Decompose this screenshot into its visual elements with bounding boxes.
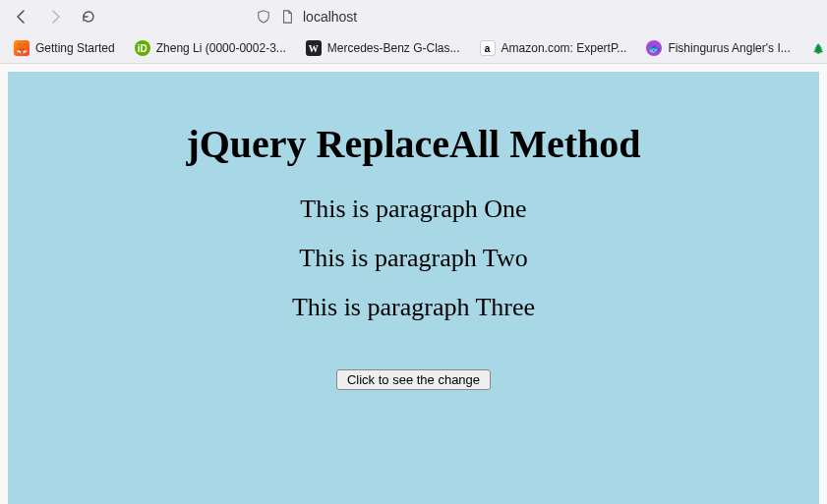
nav-bar: localhost <box>0 0 827 33</box>
bookmarks-bar: 🦊 Getting Started iD Zheng Li (0000-0002… <box>0 33 827 63</box>
tree-icon: 🌲 <box>810 40 826 56</box>
shield-icon <box>256 9 271 25</box>
paragraph-one: This is paragraph One <box>8 195 819 224</box>
browser-chrome: localhost 🦊 Getting Started iD Zheng Li … <box>0 0 827 64</box>
reload-button[interactable] <box>75 3 102 30</box>
bookmark-label: Mercedes-Benz G-Clas... <box>327 41 460 55</box>
url-text: localhost <box>303 9 357 25</box>
fish-icon: 🐟 <box>646 40 662 56</box>
wikipedia-icon: W <box>306 40 322 56</box>
back-icon <box>14 9 30 25</box>
bookmark-label: Zheng Li (0000-0002-3... <box>156 41 286 55</box>
forward-icon <box>47 9 63 25</box>
bookmark-label: Fishingurus Angler's I... <box>668 41 790 55</box>
bookmark-fishingurus[interactable]: 🐟 Fishingurus Angler's I... <box>638 38 797 58</box>
page-heading: jQuery ReplaceAll Method <box>8 121 819 167</box>
bookmark-brainerd[interactable]: 🌲 Brainerd MI <box>802 38 827 58</box>
page-content: jQuery ReplaceAll Method This is paragra… <box>8 72 819 504</box>
bookmark-label: Getting Started <box>35 41 115 55</box>
address-bar[interactable]: localhost <box>256 9 357 25</box>
reload-icon <box>81 9 96 25</box>
back-button[interactable] <box>8 3 35 30</box>
firefox-icon: 🦊 <box>14 40 30 56</box>
amazon-icon: a <box>480 40 496 56</box>
bookmark-label: Amazon.com: ExpertP... <box>502 41 627 55</box>
bookmark-zheng-li[interactable]: iD Zheng Li (0000-0002-3... <box>127 38 294 58</box>
forward-button[interactable] <box>41 3 69 30</box>
bookmark-mercedes[interactable]: W Mercedes-Benz G-Clas... <box>298 38 468 58</box>
orcid-icon: iD <box>135 40 150 56</box>
paragraph-two: This is paragraph Two <box>8 244 819 273</box>
bookmark-amazon[interactable]: a Amazon.com: ExpertP... <box>472 38 635 58</box>
page-icon <box>279 9 295 25</box>
paragraph-three: This is paragraph Three <box>8 293 819 322</box>
change-button[interactable]: Click to see the change <box>336 369 491 390</box>
viewport: jQuery ReplaceAll Method This is paragra… <box>0 64 827 504</box>
bookmark-getting-started[interactable]: 🦊 Getting Started <box>6 38 123 58</box>
